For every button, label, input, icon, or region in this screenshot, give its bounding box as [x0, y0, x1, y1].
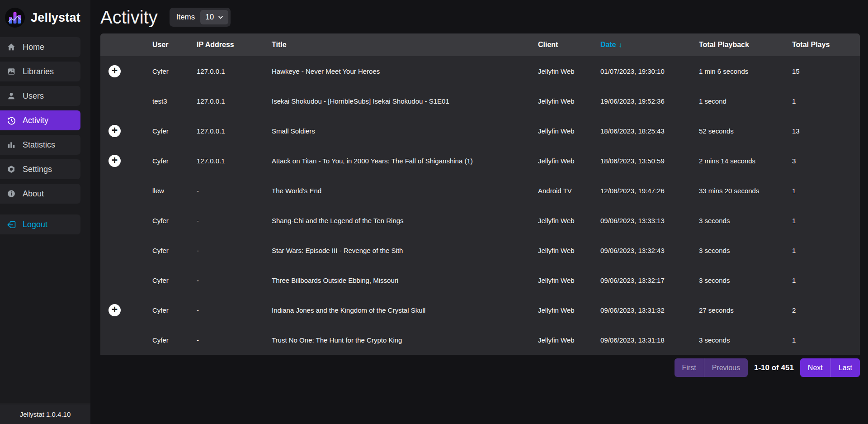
- cell-title: Indiana Jones and the Kingdom of the Cry…: [272, 306, 538, 314]
- cell-total-plays: 1: [792, 217, 860, 224]
- column-header-user[interactable]: User: [152, 41, 197, 49]
- table-row: + Cyfer - Shang-Chi and the Legend of th…: [100, 205, 860, 235]
- items-per-page-group: Items 10: [170, 8, 231, 27]
- cell-total-playback: 3 seconds: [699, 276, 792, 284]
- cell-ip: -: [197, 306, 272, 314]
- cell-client: Jellyfin Web: [538, 247, 600, 254]
- first-page-button[interactable]: First: [675, 358, 704, 377]
- cell-date: 18/06/2023, 18:25:43: [600, 127, 699, 135]
- cell-ip: -: [197, 187, 272, 195]
- cell-title: Attack on Titan - To You, in 2000 Years:…: [272, 157, 538, 165]
- sidebar-item-users[interactable]: Users: [0, 86, 80, 106]
- settings-gear-icon: [7, 165, 16, 174]
- column-header-date[interactable]: Date↓: [600, 41, 699, 49]
- sidebar-item-logout[interactable]: Logout: [0, 214, 80, 234]
- expand-row-button[interactable]: +: [108, 155, 121, 167]
- sidebar-item-activity[interactable]: Activity: [0, 110, 80, 130]
- pagination-forward-group: Next Last: [800, 358, 860, 377]
- items-per-page-select[interactable]: 10: [200, 10, 228, 24]
- cell-client: Android TV: [538, 187, 600, 195]
- pagination: First Previous 1-10 of 451 Next Last: [100, 358, 860, 377]
- column-header-client[interactable]: Client: [538, 41, 600, 49]
- cell-total-playback: 1 second: [699, 97, 792, 105]
- libraries-icon: [7, 67, 16, 76]
- page-header: Activity Items 10: [100, 0, 860, 33]
- sidebar-item-label: Settings: [23, 165, 52, 174]
- users-icon: [7, 91, 16, 100]
- cell-date: 18/06/2023, 13:50:59: [600, 157, 699, 165]
- next-page-button[interactable]: Next: [800, 358, 830, 377]
- last-page-button[interactable]: Last: [830, 358, 860, 377]
- cell-total-plays: 1: [792, 187, 860, 195]
- cell-client: Jellyfin Web: [538, 97, 600, 105]
- expand-row-button[interactable]: +: [108, 304, 121, 316]
- table-row: + Cyfer 127.0.0.1 Hawkeye - Never Meet Y…: [100, 56, 860, 86]
- cell-user: llew: [152, 187, 197, 195]
- cell-title: The World's End: [272, 187, 538, 195]
- cell-client: Jellyfin Web: [538, 276, 600, 284]
- cell-user: Cyfer: [152, 247, 197, 254]
- sidebar-item-label: About: [23, 189, 44, 199]
- column-header-total-plays[interactable]: Total Plays: [792, 41, 860, 49]
- table-row: + Cyfer - Indiana Jones and the Kingdom …: [100, 295, 860, 325]
- cell-client: Jellyfin Web: [538, 306, 600, 314]
- activity-table: User IP Address Title Client Date↓ Total…: [100, 33, 860, 355]
- table-row: + Cyfer 127.0.0.1 Small Soldiers Jellyfi…: [100, 116, 860, 146]
- jellystat-logo-icon: [5, 7, 25, 28]
- cell-ip: 127.0.0.1: [197, 97, 272, 105]
- cell-total-plays: 1: [792, 336, 860, 344]
- items-per-page-value: 10: [205, 13, 214, 22]
- cell-total-playback: 3 seconds: [699, 217, 792, 224]
- app-logo[interactable]: Jellystat: [0, 0, 90, 37]
- plus-icon: +: [112, 305, 118, 315]
- cell-total-playback: 3 seconds: [699, 247, 792, 254]
- cell-ip: 127.0.0.1: [197, 157, 272, 165]
- cell-client: Jellyfin Web: [538, 127, 600, 135]
- cell-ip: -: [197, 336, 272, 344]
- cell-total-playback: 3 seconds: [699, 336, 792, 344]
- sidebar-item-label: Activity: [23, 116, 48, 125]
- cell-total-plays: 15: [792, 67, 860, 75]
- table-row: + llew - The World's End Android TV 12/0…: [100, 176, 860, 205]
- cell-user: Cyfer: [152, 67, 197, 75]
- cell-user: Cyfer: [152, 336, 197, 344]
- cell-total-plays: 1: [792, 247, 860, 254]
- sidebar-item-statistics[interactable]: Statistics: [0, 135, 80, 155]
- page-title: Activity: [100, 7, 158, 28]
- sidebar-item-libraries[interactable]: Libraries: [0, 62, 80, 81]
- cell-total-plays: 3: [792, 157, 860, 165]
- cell-total-playback: 2 mins 14 seconds: [699, 157, 792, 165]
- expand-row-button[interactable]: +: [108, 125, 121, 137]
- sidebar-item-about[interactable]: About: [0, 184, 80, 204]
- cell-user: Cyfer: [152, 306, 197, 314]
- cell-title: Isekai Shokudou - [HorribleSubs] Isekai …: [272, 97, 538, 105]
- cell-ip: 127.0.0.1: [197, 127, 272, 135]
- cell-date: 19/06/2023, 19:52:36: [600, 97, 699, 105]
- table-row: + Cyfer 127.0.0.1 Attack on Titan - To Y…: [100, 146, 860, 176]
- column-header-title[interactable]: Title: [272, 41, 538, 49]
- table-row: + Cyfer - Trust No One: The Hunt for the…: [100, 325, 860, 355]
- cell-ip: -: [197, 247, 272, 254]
- column-header-date-label: Date: [600, 41, 616, 48]
- sidebar-nav: Home Libraries Users Activity Statistics: [0, 37, 90, 404]
- sidebar-item-label: Users: [23, 91, 44, 101]
- cell-date: 12/06/2023, 19:47:26: [600, 187, 699, 195]
- column-header-ip[interactable]: IP Address: [197, 41, 272, 49]
- cell-total-playback: 52 seconds: [699, 127, 792, 135]
- cell-user: Cyfer: [152, 276, 197, 284]
- plus-icon: +: [112, 66, 118, 76]
- previous-page-button[interactable]: Previous: [704, 358, 748, 377]
- expand-row-button[interactable]: +: [108, 65, 121, 77]
- cell-total-plays: 1: [792, 276, 860, 284]
- column-header-total-playback[interactable]: Total Playback: [699, 41, 792, 49]
- sidebar-item-home[interactable]: Home: [0, 37, 80, 57]
- cell-total-plays: 13: [792, 127, 860, 135]
- sort-desc-icon: ↓: [619, 41, 623, 48]
- pagination-range: 1-10 of 451: [754, 363, 794, 372]
- sidebar-item-label: Home: [23, 43, 44, 52]
- table-row: + test3 127.0.0.1 Isekai Shokudou - [Hor…: [100, 86, 860, 116]
- cell-client: Jellyfin Web: [538, 67, 600, 75]
- cell-date: 09/06/2023, 13:31:18: [600, 336, 699, 344]
- sidebar-item-settings[interactable]: Settings: [0, 159, 80, 179]
- cell-ip: -: [197, 217, 272, 224]
